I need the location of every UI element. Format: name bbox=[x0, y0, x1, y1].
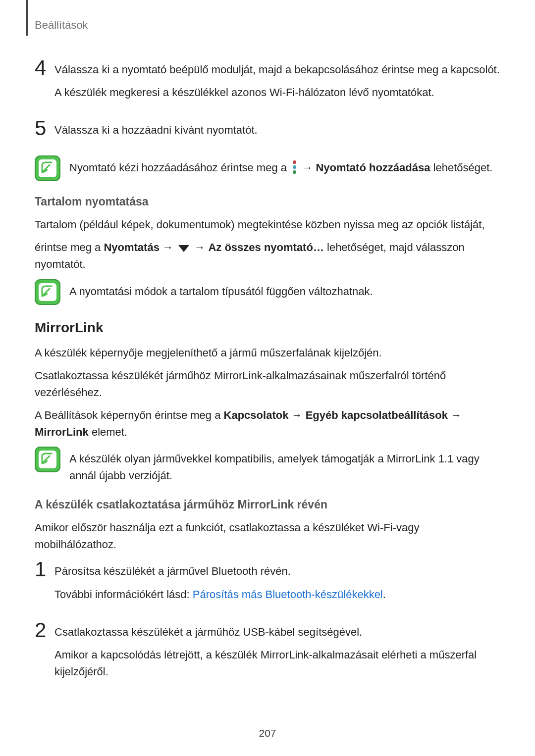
print-content-line-2: érintse meg a Nyomtatás → → Az összes ny… bbox=[35, 239, 500, 273]
note-1: Nyomtató kézi hozzáadásához érintse meg … bbox=[35, 155, 500, 181]
step-2: 2 Csatlakoztassa készülékét a járműhöz U… bbox=[35, 620, 500, 686]
step-1: 1 Párosítsa készülékét a járművel Blueto… bbox=[35, 559, 500, 608]
header-rule bbox=[26, 0, 28, 36]
para1-pre: érintse meg a bbox=[35, 241, 104, 253]
mirror-p3-b1: Kapcsolatok bbox=[224, 409, 289, 421]
note-1-bold: Nyomtató hozzáadása bbox=[316, 161, 430, 174]
para1-arrow1: → bbox=[162, 241, 173, 253]
mirror-p3-arr2: → bbox=[451, 409, 462, 421]
bluetooth-pairing-link[interactable]: Párosítás más Bluetooth-készülékekkel bbox=[193, 588, 383, 601]
mirror-p3-b3: MirrorLink bbox=[35, 426, 89, 438]
para1-arrow2: → bbox=[194, 241, 205, 253]
dropdown-icon bbox=[178, 245, 189, 252]
mirror-p3-pre: A Beállítások képernyőn érintse meg a bbox=[35, 409, 224, 421]
para1-b2: Az összes nyomtató… bbox=[208, 241, 324, 253]
step-2-line-1: Csatlakoztassa készülékét a járműhöz USB… bbox=[54, 624, 500, 641]
mirrorlink-first-use: Amikor először használja ezt a funkciót,… bbox=[35, 519, 500, 553]
note-1-post: lehetőséget. bbox=[430, 161, 492, 174]
note-1-arrow: → bbox=[302, 161, 313, 174]
note-icon bbox=[35, 155, 60, 181]
note-icon bbox=[35, 447, 60, 472]
step-4-line-1: Válassza ki a nyomtató beépülő modulját,… bbox=[54, 61, 500, 78]
note-3-text: A készülék olyan járművekkel kompatibili… bbox=[69, 447, 500, 484]
step-5-line-1: Válassza ki a hozzáadni kívánt nyomtatót… bbox=[54, 122, 500, 139]
step-number: 5 bbox=[35, 118, 54, 139]
mirror-p3-arr1: → bbox=[292, 409, 303, 421]
step-1-line-2: További információkért lásd: Párosítás m… bbox=[54, 586, 500, 603]
step-1-line-1: Párosítsa készülékét a járművel Bluetoot… bbox=[54, 563, 500, 580]
mirror-p3-b2: Egyéb kapcsolatbeállítások bbox=[306, 409, 448, 421]
page-header: Beállítások bbox=[35, 19, 500, 32]
subheading-print-content: Tartalom nyomtatása bbox=[35, 195, 500, 208]
para1-b1: Nyomtatás bbox=[104, 241, 159, 253]
step-number: 2 bbox=[35, 620, 54, 641]
note-3: A készülék olyan járművekkel kompatibili… bbox=[35, 447, 500, 484]
mirror-p3-post: elemet. bbox=[92, 426, 127, 438]
step-1-line-2-pre: További információkért lásd: bbox=[54, 588, 193, 601]
page-number: 207 bbox=[0, 727, 535, 739]
subheading-mirrorlink-connect: A készülék csatlakoztatása járműhöz Mirr… bbox=[35, 498, 500, 511]
note-1-pre: Nyomtató kézi hozzáadásához érintse meg … bbox=[69, 161, 290, 174]
step-number: 4 bbox=[35, 57, 54, 78]
step-number: 1 bbox=[35, 559, 54, 580]
mirror-p3: A Beállítások képernyőn érintse meg a Ka… bbox=[35, 407, 500, 441]
step-4-line-2: A készülék megkeresi a készülékkel azono… bbox=[54, 84, 500, 101]
mirror-p2: Csatlakoztassa készülékét járműhöz Mirro… bbox=[35, 367, 500, 401]
note-icon bbox=[35, 279, 60, 305]
print-content-line-1: Tartalom (például képek, dokumentumok) m… bbox=[35, 216, 500, 233]
step-2-line-2: Amikor a kapcsolódás létrejött, a készül… bbox=[54, 647, 500, 680]
mirror-p1: A készülék képernyője megjeleníthető a j… bbox=[35, 345, 500, 361]
note-2-text: A nyomtatási módok a tartalom típusától … bbox=[69, 279, 500, 300]
heading-mirrorlink: MirrorLink bbox=[35, 320, 500, 336]
note-2: A nyomtatási módok a tartalom típusától … bbox=[35, 279, 500, 305]
step-4: 4 Válassza ki a nyomtató beépülő moduljá… bbox=[35, 57, 500, 107]
step-1-line-2-post: . bbox=[383, 588, 386, 601]
step-5: 5 Válassza ki a hozzáadni kívánt nyomtat… bbox=[35, 118, 500, 145]
more-options-icon bbox=[292, 160, 297, 174]
